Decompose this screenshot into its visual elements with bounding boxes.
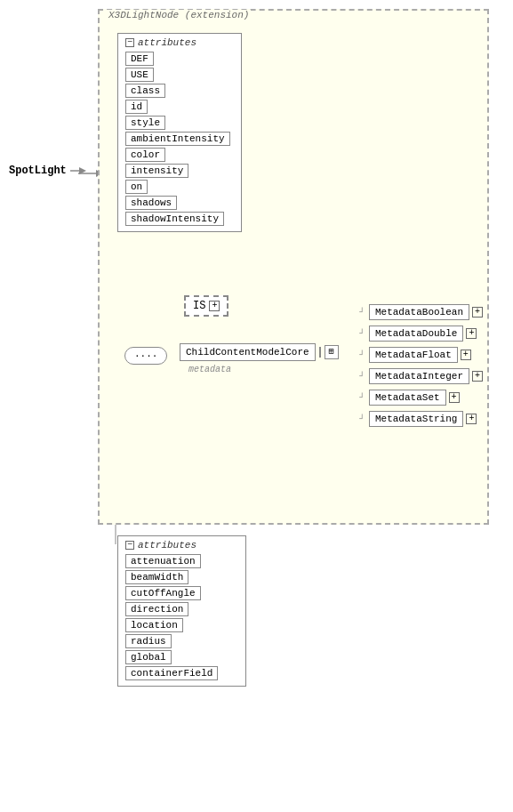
- metadata-integer-item: ┘ MetadataInteger +: [359, 368, 483, 384]
- attr-use: USE: [125, 68, 234, 82]
- attr-color: color: [125, 148, 234, 162]
- child-content-connector: [319, 347, 321, 358]
- metadata-float-connector: ┘: [359, 350, 365, 360]
- metadata-set-item: ┘ MetadataSet +: [359, 390, 483, 406]
- collapse-top-icon[interactable]: −: [125, 38, 134, 47]
- metadata-double-badge: MetadataDouble: [369, 326, 463, 342]
- attr-badge-id: id: [125, 100, 148, 114]
- collapse-bottom-icon[interactable]: −: [125, 541, 134, 550]
- metadata-double-expand[interactable]: +: [466, 328, 477, 339]
- attr-badge-ambientIntensity: ambientIntensity: [125, 132, 230, 146]
- attr-direction: direction: [125, 602, 238, 616]
- svg-marker-17: [79, 167, 86, 174]
- attr-badge-direction: direction: [125, 602, 188, 616]
- attr-badge-cutOffAngle: cutOffAngle: [125, 586, 201, 600]
- metadata-string-connector: ┘: [359, 414, 365, 424]
- bottom-attributes-box: − attributes attenuation beamWidth cutOf…: [117, 535, 246, 687]
- attr-badge-shadows: shadows: [125, 196, 177, 210]
- attr-badge-intensity: intensity: [125, 164, 188, 178]
- main-box-label: X3DLightNode (extension): [107, 10, 251, 20]
- attr-badge-global: global: [125, 650, 172, 664]
- metadata-boolean-badge: MetadataBoolean: [369, 304, 469, 320]
- attr-badge-use: USE: [125, 68, 154, 82]
- metadata-string-item: ┘ MetadataString +: [359, 411, 483, 427]
- metadata-boxes: ┘ MetadataBoolean + ┘ MetadataDouble + ┘…: [359, 304, 483, 427]
- attr-shadowIntensity: shadowIntensity: [125, 212, 234, 226]
- attr-global: global: [125, 650, 238, 664]
- metadata-string-expand[interactable]: +: [466, 414, 477, 424]
- is-expand-icon[interactable]: +: [209, 301, 220, 311]
- bottom-attributes-label: attributes: [138, 540, 196, 551]
- metadata-integer-expand[interactable]: +: [472, 371, 483, 382]
- attr-radius: radius: [125, 634, 238, 648]
- top-attributes-box: − attributes DEF USE class id style ambi…: [117, 33, 242, 232]
- attr-containerField: containerField: [125, 666, 238, 680]
- attr-badge-location: location: [125, 618, 183, 632]
- metadata-set-badge: MetadataSet: [369, 390, 446, 406]
- square-connector[interactable]: ⊞: [325, 345, 339, 359]
- attr-badge-attenuation: attenuation: [125, 554, 201, 568]
- top-attributes-label: attributes: [138, 37, 196, 48]
- attr-beamWidth: beamWidth: [125, 570, 238, 584]
- attr-class: class: [125, 84, 234, 98]
- attr-cutOffAngle: cutOffAngle: [125, 586, 238, 600]
- spotlight-label: SpotLight: [9, 165, 67, 177]
- metadata-boolean-item: ┘ MetadataBoolean +: [359, 304, 483, 320]
- metadata-float-expand[interactable]: +: [461, 350, 471, 360]
- attr-badge-color: color: [125, 148, 165, 162]
- child-content-group: ChildContentModelCore ⊞: [180, 343, 339, 361]
- spotlight-arrow-icon: [70, 165, 88, 177]
- metadata-boolean-connector: ┘: [359, 308, 365, 318]
- attr-badge-shadowIntensity: shadowIntensity: [125, 212, 224, 226]
- is-label: IS: [193, 300, 205, 312]
- dots-node[interactable]: ····: [124, 347, 167, 365]
- attr-location: location: [125, 618, 238, 632]
- attr-badge-def: DEF: [125, 52, 154, 66]
- metadata-float-badge: MetadataFloat: [369, 347, 458, 363]
- metadata-sublabel: metadata: [188, 365, 231, 374]
- spotlight-node: SpotLight: [9, 165, 88, 177]
- attr-ambientIntensity: ambientIntensity: [125, 132, 234, 146]
- metadata-set-expand[interactable]: +: [449, 392, 460, 403]
- attr-intensity: intensity: [125, 164, 234, 178]
- attr-badge-style: style: [125, 116, 165, 130]
- bottom-attributes-header: − attributes: [125, 540, 238, 551]
- attr-shadows: shadows: [125, 196, 234, 210]
- child-content-label: ChildContentModelCore: [180, 343, 316, 361]
- metadata-integer-connector: ┘: [359, 372, 365, 382]
- attr-badge-on: on: [125, 180, 148, 194]
- metadata-integer-badge: MetadataInteger: [369, 368, 469, 384]
- metadata-set-connector: ┘: [359, 393, 365, 403]
- attr-on: on: [125, 180, 234, 194]
- attr-id: id: [125, 100, 234, 114]
- metadata-float-item: ┘ MetadataFloat +: [359, 347, 483, 363]
- attr-badge-class: class: [125, 84, 165, 98]
- attr-badge-radius: radius: [125, 634, 172, 648]
- metadata-boolean-expand[interactable]: +: [472, 307, 483, 318]
- top-attributes-header: − attributes: [125, 37, 234, 48]
- diagram-container: X3DLightNode (extension) − attributes DE…: [0, 0, 513, 812]
- is-node: IS +: [184, 295, 228, 317]
- attr-def: DEF: [125, 52, 234, 66]
- attr-badge-beamWidth: beamWidth: [125, 570, 188, 584]
- attr-badge-containerField: containerField: [125, 666, 218, 680]
- metadata-string-badge: MetadataString: [369, 411, 463, 427]
- attr-style: style: [125, 116, 234, 130]
- metadata-double-connector: ┘: [359, 329, 365, 339]
- attr-attenuation: attenuation: [125, 554, 238, 568]
- dots-label: ····: [134, 350, 157, 361]
- main-extension-box: X3DLightNode (extension) − attributes DE…: [98, 9, 489, 525]
- metadata-double-item: ┘ MetadataDouble +: [359, 326, 483, 342]
